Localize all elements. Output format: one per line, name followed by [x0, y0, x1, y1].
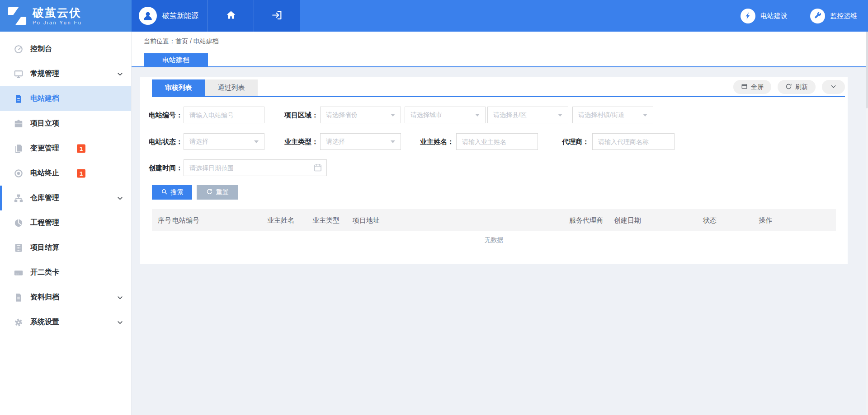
user-avatar-icon: [139, 7, 157, 25]
archive-file-icon: [14, 293, 24, 303]
sidebar-item-engineering-mgmt[interactable]: 工程管理: [0, 210, 131, 235]
refresh-button[interactable]: 刷新: [778, 80, 816, 94]
status-placeholder: 请选择: [189, 138, 208, 146]
caret-down-icon: [391, 114, 395, 117]
card-icon: [14, 268, 24, 278]
refresh-icon: [785, 83, 792, 91]
record-circle-icon: [14, 168, 24, 178]
module-station-build[interactable]: 电站建设: [741, 9, 788, 23]
sidebar-item-general-mgmt[interactable]: 常规管理: [0, 61, 131, 86]
module-label: 监控运维: [830, 12, 857, 20]
refresh-label: 刷新: [795, 83, 808, 91]
owner-name-label: 业主姓名：: [411, 133, 454, 150]
table-header-cell: 操作: [759, 209, 772, 231]
tab-review-list[interactable]: 审核列表: [152, 79, 205, 96]
village-select[interactable]: 请选择村镇/街道: [572, 107, 653, 123]
sidebar-item-station-archive[interactable]: 电站建档: [0, 86, 131, 111]
search-icon: [161, 188, 168, 196]
sidebar-item-console[interactable]: 控制台: [0, 37, 131, 61]
app-screen: 破茧云伏 Po Jian Yun Fu 破茧新能源: [0, 0, 868, 415]
sidebar-item-label: 项目结算: [30, 243, 59, 252]
sidebar-item-type2-card[interactable]: 开二类卡: [0, 260, 131, 285]
calculator-icon: [14, 243, 24, 253]
table-header-cell: 序号: [158, 209, 171, 231]
date-range-input[interactable]: [184, 159, 327, 176]
station-no-label: 电站编号：: [140, 107, 183, 123]
fullscreen-button[interactable]: 全屏: [733, 80, 771, 94]
table-header-cell: 服务代理商: [569, 209, 603, 231]
app-subtitle: Po Jian Yun Fu: [33, 20, 82, 25]
agent-label: 代理商：: [547, 133, 589, 150]
chevron-down-icon: [117, 319, 123, 326]
home-button[interactable]: [208, 0, 254, 32]
city-select[interactable]: 请选择城市: [405, 107, 486, 123]
badge-count: 1: [77, 144, 85, 153]
agent-input[interactable]: [592, 133, 675, 150]
owner-type-select[interactable]: 请选择: [320, 133, 401, 150]
sidebar-item-label: 资料归档: [30, 293, 59, 302]
brand-logo-icon: [7, 6, 28, 25]
caret-down-icon: [254, 140, 259, 143]
breadcrumb-bar: 当前位置：首页 / 电站建档 电站建档: [132, 32, 868, 67]
empty-state-text: 无数据: [140, 236, 848, 244]
sidebar-item-change-mgmt[interactable]: 变更管理 1: [0, 136, 131, 161]
page-tab-station-archive[interactable]: 电站建档: [144, 53, 208, 67]
county-select[interactable]: 请选择县/区: [487, 107, 568, 123]
sidebar-item-label: 工程管理: [30, 218, 59, 228]
briefcase-icon: [14, 119, 24, 129]
chevron-down-icon: [117, 70, 123, 77]
sidebar-item-label: 电站终止: [30, 168, 59, 178]
copy-file-icon: [14, 144, 24, 154]
tab-passed-list[interactable]: 通过列表: [205, 79, 258, 96]
chevron-down-icon: [117, 195, 123, 201]
created-time-label: 创建时间：: [140, 159, 183, 176]
page-scrollbar[interactable]: [866, 32, 868, 415]
date-range-picker[interactable]: [184, 159, 327, 176]
breadcrumb-path[interactable]: 首页 / 电站建档: [175, 37, 219, 45]
reset-label: 重置: [216, 188, 229, 196]
county-placeholder: 请选择县/区: [493, 111, 527, 119]
sidebar-item-data-archive[interactable]: 资料归档: [0, 285, 131, 310]
region-label: 项目区域：: [276, 107, 318, 123]
owner-name-input[interactable]: [456, 133, 538, 150]
province-select[interactable]: 请选择省份: [320, 107, 401, 123]
table-header: 序号 电站编号 业主姓名 业主类型 项目地址 服务代理商 创建日期 状态 操作: [152, 209, 836, 231]
sidebar-item-label: 电站建档: [30, 94, 59, 103]
village-placeholder: 请选择村镇/街道: [578, 111, 624, 119]
sidebar: 控制台 常规管理 电站建档 项目立项: [0, 32, 132, 415]
app-title: 破茧云伏: [33, 7, 82, 19]
search-label: 搜索: [171, 188, 184, 196]
home-icon: [226, 9, 236, 22]
province-placeholder: 请选择省份: [326, 111, 358, 119]
breadcrumb: 当前位置：首页 / 电站建档: [144, 37, 219, 46]
topbar: 破茧云伏 Po Jian Yun Fu 破茧新能源: [0, 0, 868, 32]
lightning-icon: [741, 9, 755, 23]
sidebar-item-warehouse-mgmt[interactable]: 仓库管理: [0, 186, 131, 210]
owner-type-label: 业主类型：: [276, 133, 318, 150]
wrench-icon: [810, 9, 825, 23]
table-header-cell: 创建日期: [614, 209, 641, 231]
sidebar-item-system-settings[interactable]: 系统设置: [0, 310, 131, 335]
module-monitor-ops[interactable]: 监控运维: [810, 9, 857, 23]
scrollbar-thumb[interactable]: [866, 32, 868, 108]
user-name: 破茧新能源: [162, 11, 198, 21]
table-header-cell: 业主姓名: [267, 209, 294, 231]
gear-icon: [14, 317, 24, 327]
sidebar-item-project-settlement[interactable]: 项目结算: [0, 235, 131, 260]
table-header-cell: 电站编号: [172, 209, 199, 231]
owner-type-placeholder: 请选择: [326, 138, 345, 146]
city-placeholder: 请选择城市: [410, 111, 442, 119]
station-no-input[interactable]: [184, 107, 264, 123]
reset-button[interactable]: 重置: [197, 185, 238, 200]
station-status-select[interactable]: 请选择: [184, 133, 264, 150]
sidebar-item-label: 项目立项: [30, 119, 59, 128]
sidebar-item-station-termination[interactable]: 电站终止 1: [0, 161, 131, 186]
station-status-label: 电站状态：: [140, 133, 183, 150]
panel-card: 审核列表 通过列表 全屏 刷新: [140, 77, 848, 264]
search-button[interactable]: 搜索: [152, 185, 192, 200]
logout-button[interactable]: [254, 0, 300, 32]
sidebar-item-project-initiation[interactable]: 项目立项: [0, 111, 131, 136]
table-header-cell: 业主类型: [312, 209, 340, 231]
user-menu[interactable]: 破茧新能源: [132, 0, 208, 32]
collapse-panel-button[interactable]: [822, 80, 845, 94]
